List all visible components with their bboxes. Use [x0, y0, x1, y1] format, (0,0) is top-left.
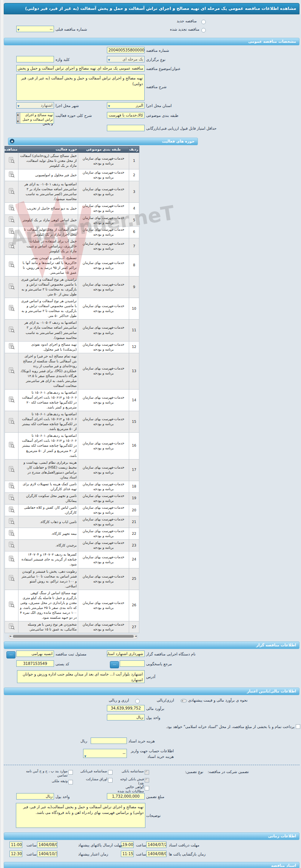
view-details-icon[interactable] — [8, 466, 15, 474]
estimate-field[interactable]: 34,639,999,752 — [107, 705, 145, 711]
scroll-left-icon[interactable]: ► — [10, 635, 12, 638]
doc-deadline-date-field[interactable]: 1404/07/23 — [146, 842, 167, 848]
notes-textarea[interactable]: تهیه مصالح و اجرای تراش آسفالت و حمل و پ… — [16, 803, 145, 828]
postal-code-field[interactable]: 3187153549 — [16, 660, 54, 667]
view-details-icon[interactable] — [8, 326, 15, 334]
guarantee-amount-field[interactable]: 1,732,000,000 — [107, 793, 145, 800]
treasury-note: پرداخت تمام و یا بخشی از مبلغ مناقصه، از… — [79, 724, 295, 730]
view-details-icon[interactable] — [8, 216, 15, 224]
view-details-icon[interactable] — [8, 283, 15, 291]
currency-rial-radio[interactable] — [181, 699, 187, 703]
validity-date-field[interactable]: 1404/10/30 — [37, 851, 57, 857]
view-details-icon[interactable] — [8, 442, 15, 450]
registrar-browse-button[interactable]: ... — [6, 651, 15, 658]
row-category: خدمات-فهرست بهای سازمان برنامه و بودجه — [78, 341, 129, 353]
doc-fee-field[interactable] — [91, 738, 127, 744]
validity-time-field[interactable]: 12:30 — [9, 851, 22, 857]
view-details-icon[interactable] — [8, 367, 15, 375]
tender-type-select[interactable]: ▼یک مرحله ای — [107, 56, 145, 62]
view-details-icon[interactable] — [8, 171, 15, 179]
currency-field-2[interactable]: ریال — [16, 793, 54, 800]
contact-browse-button[interactable]: ... — [110, 661, 119, 668]
view-details-icon[interactable] — [8, 343, 15, 351]
guarantee-checkbox[interactable] — [145, 778, 149, 783]
view-details-icon[interactable] — [8, 157, 15, 165]
row-category: خدمات-فهرست بهای سازمان برنامه و بودجه — [78, 181, 129, 203]
subject-category-field[interactable]: کالا،خدمات با فهرست بها — [107, 112, 145, 118]
scope-textarea[interactable]: ▲▼ تهیه مصالح و اجرای تراش اسفالت و حمل … — [16, 112, 54, 124]
guarantee-checkbox[interactable] — [108, 778, 113, 783]
prev-tender-number-label: شماره مناقصه قبلی — [56, 27, 87, 31]
page-scrollbar[interactable] — [0, 0, 3, 868]
currency-both-radio[interactable] — [135, 699, 140, 703]
view-details-icon[interactable] — [8, 506, 15, 514]
view-details-icon[interactable] — [8, 483, 15, 491]
row-activity: حمل مصالح سنگی (رودخانه‌ای) آسفالت از مح… — [19, 153, 78, 169]
scrollbar-thumb[interactable] — [13, 635, 134, 638]
view-details-icon[interactable] — [8, 205, 15, 213]
scroll-up-icon[interactable]: ▲ — [17, 113, 19, 116]
row-category: خدمات-فهرست بهای سازمان برنامه و بودجه — [78, 255, 129, 276]
view-details-icon[interactable] — [8, 601, 15, 609]
view-details-icon[interactable] — [8, 242, 15, 250]
submit-deadline-time-field[interactable]: 11:00 — [9, 842, 22, 848]
view-details-icon[interactable] — [8, 188, 15, 196]
renewed-tender-radio[interactable] — [201, 28, 206, 33]
view-details-icon[interactable] — [8, 542, 15, 550]
view-details-icon[interactable] — [8, 305, 15, 313]
guarantee-checkbox[interactable] — [108, 770, 113, 775]
view-details-icon[interactable] — [8, 494, 15, 502]
table-horizontal-scrollbar[interactable]: ◄ ► — [9, 634, 138, 639]
collapse-icon[interactable]: ▲ — [10, 139, 14, 143]
view-details-icon[interactable] — [8, 396, 15, 404]
submit-deadline-date-field[interactable]: 1404/08/04 — [37, 842, 57, 848]
view-details-icon[interactable] — [8, 575, 15, 583]
currency-field[interactable]: ریال — [107, 714, 145, 720]
tender-number-field[interactable]: 2004005358000005 — [107, 47, 145, 53]
new-tender-radio[interactable] — [201, 20, 206, 24]
view-details-icon[interactable] — [8, 530, 15, 538]
registrar-field[interactable]: انسیه بهرامی — [16, 651, 54, 657]
guarantee-checkbox[interactable] — [68, 770, 73, 775]
guarantee-checkbox[interactable] — [68, 780, 73, 784]
row-index: 22 — [129, 528, 139, 540]
contact-field[interactable] — [120, 660, 145, 667]
opening-date-field[interactable]: 1404/08/04 — [146, 851, 167, 857]
view-details-icon[interactable] — [8, 418, 15, 426]
tender-subject-field[interactable]: مناقصه عمومی یک مرحله ای تهیه مصالح و اج… — [16, 65, 145, 71]
view-details-icon[interactable] — [8, 556, 15, 564]
prev-tender-number-select[interactable]: ▼-- — [16, 26, 54, 32]
treasury-checkbox[interactable] — [296, 724, 300, 729]
city-select[interactable]: ▼اشتهارد — [16, 102, 54, 109]
row-index: 5 — [129, 214, 139, 226]
min-score-field[interactable] — [107, 125, 145, 131]
currency-label: واحد پول — [146, 716, 160, 720]
opening-time-field[interactable]: 11:15 — [121, 851, 134, 857]
row-activity: اضافه‌بها به ردیف‌های ۱۵۰۶۰۱ تا ۱۵۰۶۰۶ و… — [19, 433, 78, 459]
agency-field[interactable]: شهرداری اشتهارد استان ال — [107, 651, 145, 657]
doc-deadline-label: مهلت دریافت اسناد — [169, 843, 199, 847]
keyword-field[interactable] — [16, 56, 54, 62]
registrar-label: مسئول ثبت مناقصه — [56, 652, 86, 656]
guarantee-checkbox[interactable] — [145, 770, 149, 775]
tender-desc-textarea[interactable]: تهیه مصالح و اجرای تراش آسفالت و حمل و پ… — [16, 74, 145, 101]
row-view-cell — [5, 540, 19, 551]
account-select[interactable]: ▼-- — [83, 749, 127, 758]
subject-category-label: طبقه بندی موضوعی — [146, 113, 178, 118]
scroll-down-icon[interactable]: ▼ — [17, 120, 19, 123]
view-details-icon[interactable] — [8, 261, 15, 269]
view-details-icon[interactable] — [8, 623, 15, 631]
view-details-icon[interactable] — [8, 518, 15, 526]
table-row: 24 خدمات-فهرست بهای سازمان برنامه و بودج… — [5, 551, 139, 568]
row-activity: اضافه‌بها به ردیف‌های ۱۵۰۶۰۱ تا ۱۵۰۶۰۶ و… — [19, 411, 78, 433]
doc-deadline-time-field[interactable]: 19:00 — [121, 842, 134, 848]
province-select[interactable]: ▼البرز — [107, 102, 145, 109]
row-view-cell — [5, 153, 19, 169]
row-view-cell — [5, 214, 19, 226]
scroll-right-icon[interactable]: ◄ — [135, 635, 137, 638]
view-details-icon[interactable] — [8, 228, 15, 236]
guarantee-checkbox[interactable] — [145, 786, 149, 790]
address-textarea[interactable]: اشتهارد بلوار آیت ا... خامنه ای بعد از م… — [17, 670, 145, 683]
table-row: 16 خدمات-فهرست بهای سازمان برنامه و بودج… — [5, 433, 139, 459]
scrollbar[interactable]: ▲▼ — [17, 113, 20, 123]
